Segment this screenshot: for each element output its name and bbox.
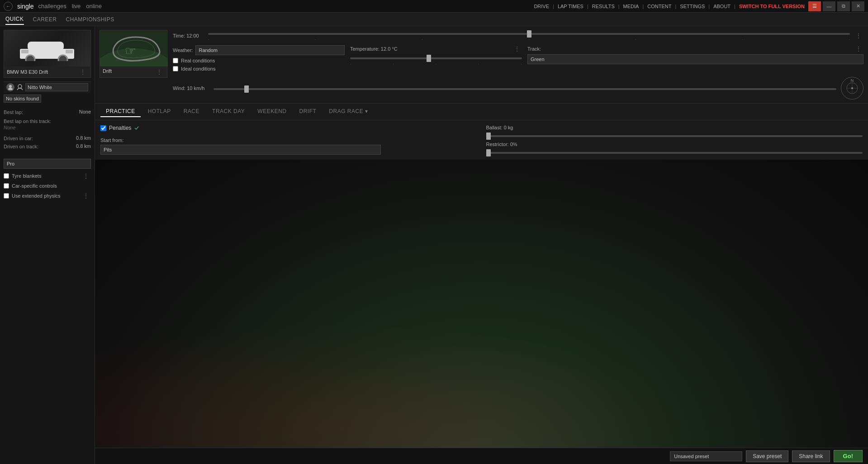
subnav-quick[interactable]: QUICK	[5, 14, 24, 25]
restrictor-slider[interactable]	[486, 152, 863, 154]
tab-hotlap[interactable]: HOTLAP	[142, 106, 176, 117]
minimize-button[interactable]: —	[823, 1, 835, 11]
driven-in-car-label: Driven in car:	[4, 136, 33, 141]
svg-text:☞: ☞	[125, 44, 136, 58]
driving-mode-select[interactable]: Pro Beginner Custom	[4, 159, 91, 169]
track-condition-dropdown[interactable]: Green Fast Optimum Wet	[527, 54, 863, 64]
ideal-conditions-checkbox[interactable]	[173, 66, 178, 71]
weather-row: Weather: Random Clear Cloudy Rainy	[173, 45, 345, 55]
back-button[interactable]: ←	[4, 2, 13, 11]
background-blur	[95, 281, 868, 464]
menu-button[interactable]: ☰	[808, 1, 821, 11]
time-row: Time: 12:00 · · · · · · · ⋮	[173, 30, 863, 42]
titlebar-nav: challenges live online	[38, 3, 102, 9]
time-options-button[interactable]: ⋮	[854, 32, 863, 39]
ballast-label: Ballast: 0 kg	[486, 125, 863, 130]
nav-settings[interactable]: SETTINGS	[680, 4, 705, 9]
main-content: BMW M3 E30 Drift ⋮ Nitto White	[0, 26, 868, 464]
time-slider[interactable]	[208, 33, 850, 35]
switch-full-version-button[interactable]: SWITCH TO FULL VERSION	[739, 4, 805, 9]
nav-challenges[interactable]: challenges	[38, 3, 66, 9]
temperature-slider[interactable]	[350, 57, 522, 59]
ballast-slider[interactable]	[486, 135, 863, 137]
car-controls-checkbox[interactable]	[4, 183, 9, 189]
stats-section: Best lap: None Best lap on this track: N…	[4, 107, 91, 153]
practice-right: Ballast: 0 kg Restrictor: 0%	[486, 125, 863, 155]
driven-on-track-item: Driven on track: 0.8 km	[4, 143, 91, 150]
extended-physics-info-button[interactable]: ⋮	[81, 192, 91, 199]
options-section: Pro Beginner Custom Tyre blankets ⋮ Car-…	[4, 159, 91, 199]
track-condition-options-button[interactable]: ⋮	[854, 45, 863, 52]
svg-point-8	[18, 85, 22, 88]
start-from-label: Start from:	[100, 137, 477, 143]
avatar-icon	[8, 85, 13, 90]
center-panel: ☞ Drift ⋮ Time: 12:00 · ·	[95, 26, 868, 464]
car-card[interactable]: BMW M3 E30 Drift ⋮	[4, 30, 91, 78]
nav-results[interactable]: RESULTS	[592, 4, 615, 9]
penalties-row: Penalties	[100, 125, 477, 131]
tab-weekend[interactable]: WEEKEND	[252, 106, 292, 117]
checkmark-icon	[134, 125, 139, 131]
bottom-bar: Unsaved preset Save preset Share link Go…	[95, 448, 868, 464]
tab-practice[interactable]: PRACTICE	[100, 106, 141, 117]
extended-physics-checkbox[interactable]	[4, 193, 9, 199]
weather-col: Weather: Random Clear Cloudy Rainy	[173, 45, 345, 71]
background-scene	[95, 160, 868, 464]
start-from-dropdown[interactable]: Pits Grid Hotlap	[100, 145, 381, 155]
temperature-options-button[interactable]: ⋮	[512, 45, 522, 52]
temperature-col: Temperature: 12.0 °C ⋮ · · · · ·	[350, 45, 522, 71]
preset-dropdown[interactable]: Unsaved preset	[670, 451, 742, 461]
nav-laptimes[interactable]: LAP TIMES	[558, 4, 583, 9]
tyre-blankets-info-button[interactable]: ⋮	[81, 172, 91, 180]
nav-media[interactable]: MEDIA	[623, 4, 639, 9]
close-button[interactable]: ✕	[852, 1, 864, 11]
share-link-button[interactable]: Share link	[792, 450, 830, 462]
weather-dropdown[interactable]: Random Clear Cloudy Rainy	[195, 45, 345, 55]
tyre-blankets-checkbox[interactable]	[4, 173, 9, 179]
start-from-row: Start from: Pits Grid Hotlap	[100, 137, 477, 155]
car-silhouette-icon	[18, 36, 76, 61]
track-card[interactable]: ☞ Drift ⋮	[100, 30, 167, 78]
car-controls-item: Car-specific controls	[4, 183, 91, 189]
best-lap-item: Best lap: None	[4, 109, 91, 115]
track-condition-label: Track:	[527, 46, 541, 52]
track-info-button[interactable]: ⋮	[154, 68, 164, 76]
best-lap-value: None	[79, 109, 91, 114]
car-name: BMW M3 E30 Drift	[7, 69, 48, 75]
nav-online[interactable]: online	[86, 3, 102, 9]
titlebar: ← single challenges live online DRIVE | …	[0, 0, 868, 13]
nav-live[interactable]: live	[72, 3, 81, 9]
tab-dragrace[interactable]: DRAG RACE ▾	[323, 106, 373, 117]
go-button[interactable]: Go!	[834, 450, 863, 462]
track-condition-col: Track: ⋮ Green Fast Optimum Wet	[527, 45, 863, 71]
tab-race[interactable]: RACE	[178, 106, 205, 117]
penalties-checkbox[interactable]	[100, 125, 106, 131]
subnav-career[interactable]: CAREER	[33, 14, 57, 24]
nav-about[interactable]: ABOUT	[713, 4, 730, 9]
maximize-button[interactable]: ⧉	[837, 1, 850, 11]
save-preset-button[interactable]: Save preset	[746, 450, 788, 462]
temp-header: Temperature: 12.0 °C ⋮	[350, 45, 522, 52]
track-name-bar: Drift ⋮	[100, 66, 167, 77]
ideal-conditions-item: Ideal conditions	[173, 66, 345, 71]
wind-slider[interactable]	[213, 88, 836, 90]
svg-point-3	[58, 55, 67, 61]
wind-row: Wind: 10 km/h N	[173, 77, 863, 99]
svg-point-6	[9, 85, 12, 88]
nav-content[interactable]: CONTENT	[647, 4, 671, 9]
driven-stats: Driven in car: 0.8 km Driven on track: 0…	[4, 135, 91, 150]
best-lap-label: Best lap:	[4, 109, 23, 115]
ideal-conditions-label: Ideal conditions	[181, 66, 215, 71]
nav-drive[interactable]: DRIVE	[534, 4, 549, 9]
best-lap-track-item: Best lap on this track: None	[4, 118, 91, 131]
titlebar-nav-right: DRIVE | LAP TIMES | RESULTS | MEDIA | CO…	[534, 1, 864, 11]
tab-trackday[interactable]: TRACK DAY	[207, 106, 250, 117]
subnav-championships[interactable]: CHAMPIONSHIPS	[66, 14, 114, 24]
car-info-button[interactable]: ⋮	[78, 68, 88, 76]
tab-drift[interactable]: DRIFT	[294, 106, 322, 117]
svg-point-2	[26, 55, 35, 61]
no-skins-dropdown[interactable]: No skins found	[4, 95, 41, 103]
skin-dropdown[interactable]: Nitto White	[25, 83, 88, 91]
driven-on-track-value: 0.8 km	[76, 143, 91, 149]
real-conditions-checkbox[interactable]	[173, 58, 178, 63]
